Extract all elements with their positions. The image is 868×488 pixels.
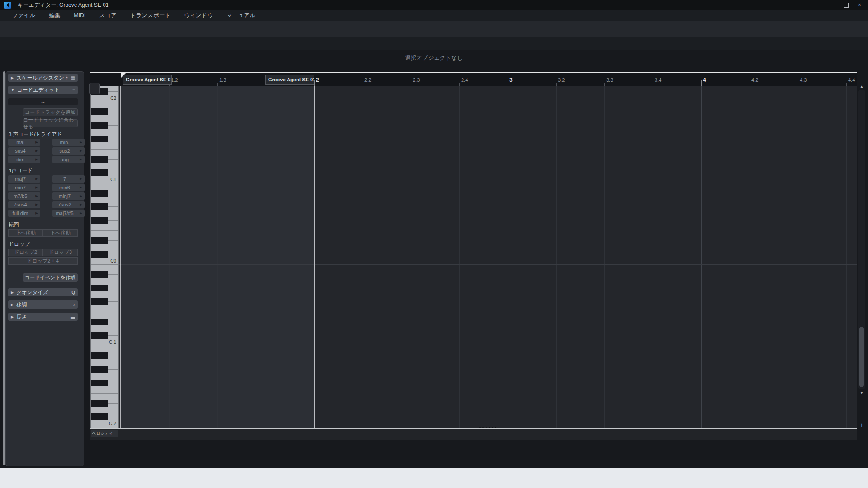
piano-key-black[interactable] (91, 251, 108, 258)
piano-key-black[interactable] (91, 319, 108, 325)
chord-button[interactable]: aug (52, 156, 77, 163)
part-end-boundary[interactable] (314, 86, 315, 429)
menu-item[interactable]: MIDI (67, 10, 92, 21)
chord-arrow-button[interactable]: ▶ (33, 201, 40, 208)
move-down-button[interactable]: 下へ移動 (43, 229, 78, 237)
scroll-up-icon[interactable]: ▲ (858, 83, 865, 89)
piano-key-black[interactable] (91, 400, 108, 407)
chord-arrow-button[interactable]: ▶ (77, 175, 85, 183)
piano-key-black[interactable] (91, 156, 108, 163)
chord-arrow-button[interactable]: ▶ (33, 184, 40, 191)
piano-key-black[interactable] (91, 108, 108, 115)
piano-key-black[interactable] (91, 285, 108, 291)
ruler-tick (798, 83, 798, 86)
ruler-tick (363, 83, 363, 86)
drop2-4-button[interactable]: ドロップ2 + 4 (8, 257, 78, 265)
chord-button[interactable]: 7 (52, 175, 77, 183)
piano-key-black[interactable] (91, 298, 108, 305)
menu-item[interactable]: スコア (93, 10, 123, 21)
chord-button[interactable]: m7/b5 (8, 192, 33, 200)
move-up-button[interactable]: 上へ移動 (8, 229, 43, 237)
piano-keyboard[interactable]: C2C1C0C-1C-2 (90, 86, 119, 429)
piano-key-black[interactable] (91, 237, 108, 244)
zoom-in-icon[interactable]: + (858, 421, 865, 428)
chord-button[interactable]: 7sus4 (8, 201, 33, 208)
ruler-tick (846, 83, 847, 86)
quantize-panel-header[interactable]: ▶ クオンタイズ Q (8, 288, 78, 296)
part-name-label-end[interactable]: Groove Agent SE 01 (265, 75, 314, 85)
vertical-scrollbar-thumb[interactable] (859, 327, 864, 387)
length-panel-header[interactable]: ▶ 長さ ▬ (8, 313, 78, 321)
part-name-label-start[interactable]: Groove Agent SE 01 (123, 75, 172, 85)
piano-key-black[interactable] (91, 136, 108, 142)
chord-button[interactable]: maj (8, 139, 33, 146)
timeline-ruler[interactable]: 1.21.322.22.32.433.23.33.444.24.34.4 Gro… (90, 72, 857, 86)
velocity-lane[interactable] (90, 429, 857, 440)
piano-key-black[interactable] (91, 217, 108, 224)
scroll-down-icon[interactable]: ▼ (858, 389, 865, 396)
chord-button[interactable]: maj7/#5 (52, 210, 77, 217)
piano-key-black[interactable] (91, 169, 108, 176)
note-grid[interactable] (119, 86, 857, 429)
grid-beat-line (604, 86, 605, 429)
chord-button[interactable]: maj7 (8, 175, 33, 183)
menu-item[interactable]: トランスポート (123, 10, 177, 21)
chord-button[interactable]: min6 (52, 184, 77, 191)
piano-key-black[interactable] (91, 352, 108, 359)
chord-arrow-button[interactable]: ▶ (77, 147, 85, 155)
chord-button[interactable]: min. (52, 139, 77, 146)
chord-arrow-button[interactable]: ▶ (33, 147, 40, 155)
lane-divider[interactable] (90, 428, 857, 429)
chord-button[interactable]: dim (8, 156, 33, 163)
menu-item[interactable]: マニュアル (220, 10, 262, 21)
piano-key-black[interactable] (91, 122, 108, 129)
key-separator (108, 193, 119, 193)
piano-key-black[interactable] (91, 413, 108, 420)
close-button[interactable]: × (853, 0, 866, 9)
chord-button[interactable]: 7sus2 (52, 201, 77, 208)
piano-key-black[interactable] (91, 190, 108, 197)
chord-arrow-button[interactable]: ▶ (77, 210, 85, 217)
chord-button[interactable]: sus2 (52, 147, 77, 155)
chord-button[interactable]: minj7 (52, 192, 77, 200)
chord-edit-header[interactable]: ▼ コードエディット ≡ (8, 86, 78, 94)
key-separator (108, 335, 119, 336)
chord-button[interactable]: full dim (8, 210, 33, 217)
chord-arrow-button[interactable]: ▶ (33, 156, 40, 163)
chord-arrow-button[interactable]: ▶ (33, 192, 40, 200)
drop2-button[interactable]: ドロップ2 (8, 249, 43, 256)
piano-key-black[interactable] (91, 366, 108, 373)
chord-arrow-button[interactable]: ▶ (77, 201, 85, 208)
match-chord-track-button[interactable]: コードトラックに合わせる (23, 119, 78, 127)
add-chord-track-button[interactable]: コードトラックを追加 (23, 108, 78, 116)
transpose-panel-header[interactable]: ▶ 移調 ♪ (8, 300, 78, 309)
part-start-boundary[interactable] (120, 86, 121, 429)
chord-button[interactable]: min7 (8, 184, 33, 191)
menu-item[interactable]: ファイル (5, 10, 42, 21)
maximize-button[interactable] (839, 0, 853, 9)
scale-assistant-label: スケールアシスタント (16, 75, 69, 81)
piano-key-black[interactable] (91, 271, 108, 278)
chord-arrow-button[interactable]: ▶ (33, 210, 40, 217)
chord-arrow-button[interactable]: ▶ (33, 139, 40, 146)
chord-arrow-button[interactable]: ▶ (77, 192, 85, 200)
current-chord-readout: -- (8, 98, 78, 105)
menu-item[interactable]: ウィンドウ (177, 10, 220, 21)
chord-arrow-button[interactable]: ▶ (33, 175, 40, 183)
panel-resize-handle[interactable] (3, 71, 5, 465)
piano-key-black[interactable] (91, 380, 108, 386)
chord-arrow-button[interactable]: ▶ (77, 139, 85, 146)
menu-item[interactable]: 編集 (42, 10, 67, 21)
drop3-button[interactable]: ドロップ3 (43, 249, 78, 256)
part-start-marker[interactable] (121, 73, 126, 78)
ruler-corner-box[interactable] (89, 83, 100, 94)
create-chord-event-button[interactable]: コードイベントを作成 (23, 273, 78, 282)
lane-resize-handle[interactable] (479, 427, 496, 428)
chord-button[interactable]: sus4 (8, 147, 33, 155)
minimize-button[interactable]: — (826, 0, 839, 9)
scale-assistant-header[interactable]: ▶ スケールアシスタント ▦ (8, 74, 78, 82)
chord-arrow-button[interactable]: ▶ (77, 184, 85, 191)
chord-arrow-button[interactable]: ▶ (77, 156, 85, 163)
piano-key-black[interactable] (91, 203, 108, 210)
piano-key-black[interactable] (91, 332, 108, 339)
